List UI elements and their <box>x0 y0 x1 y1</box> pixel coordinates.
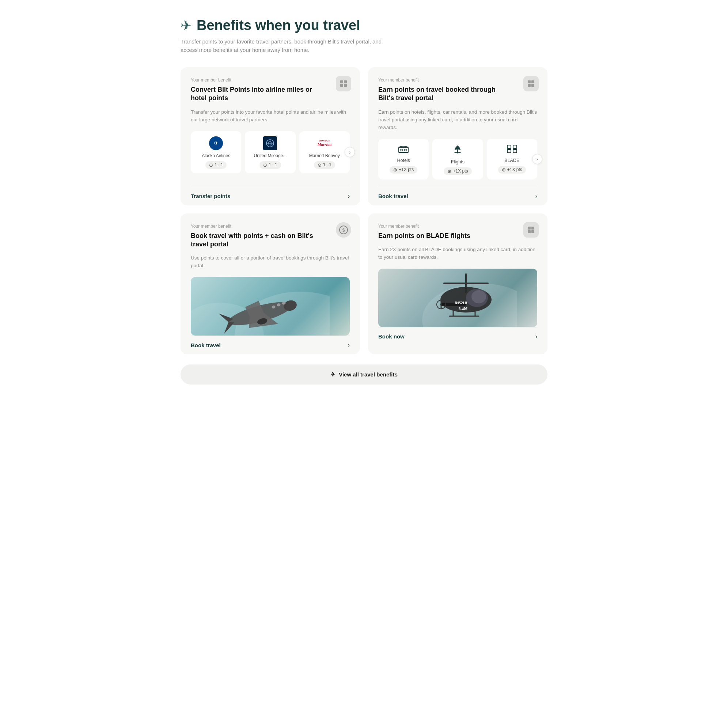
partner-ratio-marriott: ⊙ 1 : 1 <box>314 161 335 169</box>
card-icon-badge-4 <box>523 222 539 237</box>
card-description-3: Use points to cover all or a portion of … <box>191 254 350 270</box>
categories-row: Hotels ⊕ +1X pts Flights ⊕ +1X pts <box>378 139 537 179</box>
partner-ratio-united: ⊙ 1 : 1 <box>259 161 281 169</box>
svg-rect-12 <box>513 145 517 148</box>
svg-rect-11 <box>507 145 511 148</box>
chevron-right-icon-1: › <box>348 193 350 200</box>
blade-icon <box>507 145 517 155</box>
book-travel-card: Your member benefit Earn points on trave… <box>368 67 547 205</box>
pts-icon-flights: ⊕ <box>447 169 451 174</box>
card-footer-1[interactable]: Transfer points › <box>191 187 350 205</box>
points-cash-card: $ Your member benefit Book travel with p… <box>181 214 360 355</box>
card-description-2: Earn points on hotels, flights, car rent… <box>378 108 537 132</box>
ratio-icon-united: ⊙ <box>263 162 267 168</box>
plane-icon: ✈ <box>181 18 191 33</box>
category-flights: Flights ⊕ +1X pts <box>432 139 483 179</box>
svg-text:N452LH: N452LH <box>455 301 467 305</box>
flights-label: Flights <box>451 159 464 165</box>
svg-text:$: $ <box>343 228 345 233</box>
chevron-right-icon-3: › <box>348 342 350 348</box>
card-title-2: Earn points on travel booked through Bil… <box>378 86 509 103</box>
card-title-3: Book travel with points + cash on Bilt's… <box>191 232 321 249</box>
blade-card: Your member benefit Earn points on BLADE… <box>368 214 547 355</box>
member-benefit-label-2: Your member benefit <box>378 77 537 83</box>
svg-text:BONVOY: BONVOY <box>319 139 330 142</box>
card-description-1: Transfer your points into your favorite … <box>191 108 350 124</box>
view-all-label: View all travel benefits <box>339 371 397 378</box>
plane-illustration <box>191 277 330 335</box>
partner-united: United Mileage... ⊙ 1 : 1 <box>245 131 295 173</box>
pts-icon-blade: ⊕ <box>502 167 506 172</box>
book-travel-link[interactable]: Book travel <box>378 193 408 199</box>
svg-point-34 <box>471 290 486 303</box>
ratio-icon-alaska: ⊙ <box>209 162 213 168</box>
united-logo <box>263 136 277 150</box>
helicopter-illustration: N452LH BLADE <box>378 268 517 327</box>
card-icon-badge-3: $ <box>336 222 351 237</box>
ratio-icon-marriott: ⊙ <box>317 162 322 168</box>
flights-icon <box>452 145 463 156</box>
page-header: ✈ Benefits when you travel <box>181 18 547 33</box>
chevron-right-icon-4: › <box>535 333 537 340</box>
partner-ratio-alaska: ⊙ 1 : 1 <box>205 161 227 169</box>
page-subtitle: Transfer points to your favorite travel … <box>181 38 400 54</box>
alaska-logo: ✈ <box>209 136 223 150</box>
hotels-icon <box>398 145 409 155</box>
transfer-card: Your member benefit Convert Bilt Points … <box>181 67 360 205</box>
card-icon-badge-2 <box>523 76 539 91</box>
svg-rect-9 <box>400 149 402 151</box>
card-footer-3[interactable]: Book travel › <box>191 335 350 354</box>
partner-alaska: ✈ Alaska Airlines ⊙ 1 : 1 <box>191 131 241 173</box>
member-benefit-label-4: Your member benefit <box>378 224 537 229</box>
member-benefit-label-1: Your member benefit <box>191 77 350 83</box>
blade-label: BLADE <box>504 158 519 163</box>
card-footer-4[interactable]: Book now › <box>378 327 537 346</box>
member-benefit-label-3: Your member benefit <box>191 224 350 229</box>
card-title-4: Earn points on BLADE flights <box>378 232 509 240</box>
svg-text:BLADE: BLADE <box>459 307 467 311</box>
blade-pts: ⊕ +1X pts <box>498 166 526 174</box>
view-all-button[interactable]: ✈ View all travel benefits <box>181 364 547 384</box>
card-icon-badge-1 <box>336 76 351 91</box>
card-description-4: Earn 2X points on all BLADE bookings usi… <box>378 246 537 261</box>
partners-next-button[interactable]: › <box>345 147 355 157</box>
partner-marriott: Marriott BONVOY Marriott Bonvoy ⊙ 1 : 1 <box>299 131 350 173</box>
plane-image <box>191 277 350 335</box>
page-title: Benefits when you travel <box>197 18 360 33</box>
pts-icon-hotels: ⊕ <box>393 167 397 172</box>
flights-pts: ⊕ +1X pts <box>444 168 471 175</box>
transfer-points-link[interactable]: Transfer points <box>191 193 230 199</box>
hotels-label: Hotels <box>397 158 410 163</box>
svg-rect-14 <box>513 150 517 153</box>
chevron-right-icon-2: › <box>535 193 537 200</box>
card-footer-2[interactable]: Book travel › <box>378 187 537 205</box>
cards-grid: Your member benefit Convert Bilt Points … <box>181 67 547 354</box>
partners-row: ✈ Alaska Airlines ⊙ 1 : 1 <box>191 131 350 173</box>
svg-text:Marriott: Marriott <box>317 142 332 147</box>
book-travel-link-2[interactable]: Book travel <box>191 342 221 348</box>
helicopter-image: N452LH BLADE <box>378 268 537 327</box>
category-blade: BLADE ⊕ +1X pts <box>487 139 537 179</box>
view-all-plane-icon: ✈ <box>331 371 335 378</box>
partner-name-united: United Mileage... <box>254 153 286 158</box>
card-title-1: Convert Bilt Points into airline miles o… <box>191 86 321 103</box>
categories-next-button[interactable]: › <box>532 154 542 164</box>
book-now-link[interactable]: Book now <box>378 333 405 340</box>
hotels-pts: ⊕ +1X pts <box>390 166 417 174</box>
category-hotels: Hotels ⊕ +1X pts <box>378 139 429 179</box>
marriott-logo: Marriott BONVOY <box>317 136 332 150</box>
svg-rect-10 <box>405 149 407 151</box>
partner-name-marriott: Marriott Bonvoy <box>309 153 340 158</box>
partner-name-alaska: Alaska Airlines <box>202 153 230 158</box>
svg-rect-13 <box>507 150 511 153</box>
